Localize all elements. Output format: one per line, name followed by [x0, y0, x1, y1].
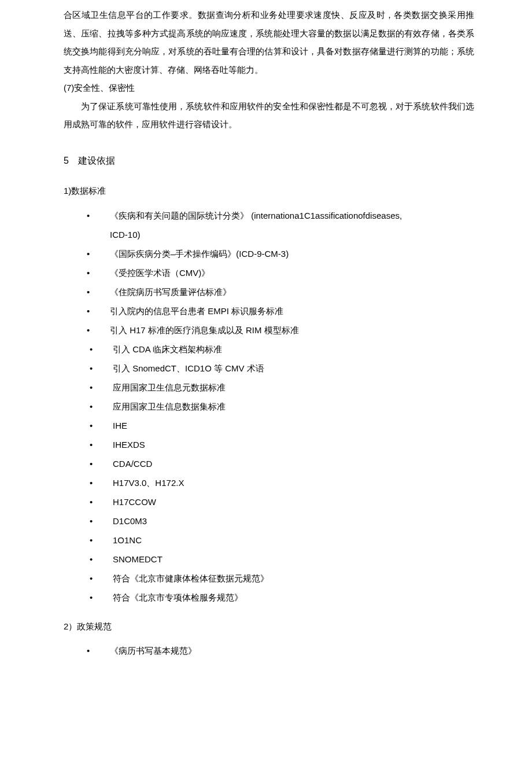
data-standards-list-a: 《疾病和有关问题的国际统计分类》 (internationa1C1assific…: [81, 206, 474, 340]
list-item: 应用国家卫生信息数据集标准: [81, 397, 474, 416]
item-7-title: (7)安全性、保密性: [64, 79, 474, 97]
list-item: 符合《北京市健康体检体征数据元规范》: [81, 569, 474, 588]
list-item: 1O1NC: [81, 531, 474, 550]
list-item: 引入 SnomedCT、ICD1O 等 CMV 术语: [81, 359, 474, 378]
list-item: CDA/CCD: [81, 454, 474, 473]
item-7-body: 为了保证系统可靠性使用，系统软件和应用软件的安全性和保密性都是不可忽视，对于系统…: [64, 97, 474, 134]
list-item-text-cont: ICD-10): [110, 225, 474, 244]
list-item-text: 引入 SnomedCT、ICD1O 等 CMV 术语: [113, 363, 264, 373]
list-item-text: IHEXDS: [113, 440, 145, 450]
list-item: IHEXDS: [81, 435, 474, 454]
list-item-text: 引入 H17 标准的医疗消息集成以及 RIM 模型标准: [110, 325, 299, 335]
list-item-text: 符合《北京市健康体检体征数据元规范》: [113, 573, 269, 583]
subsection-2-heading: 2）政策规范: [64, 617, 474, 636]
document-page: 合区域卫生信息平台的工作要求。数据查询分析和业务处理要求速度快、反应及时，各类数…: [0, 0, 532, 683]
list-item-text: CDA/CCD: [113, 459, 152, 469]
list-item: H17CCOW: [81, 492, 474, 511]
list-item-text: SNOMEDCT: [113, 554, 162, 564]
list-item: 《住院病历书写质量评估标准》: [81, 282, 474, 301]
list-item: 引入院内的信息平台患者 EMPI 标识服务标准: [81, 301, 474, 321]
list-item: SNOMEDCT: [81, 550, 474, 569]
subsection-1-heading: 1)数据标准: [64, 182, 474, 200]
list-item: H17V3.0、H172.X: [81, 473, 474, 492]
list-item-text: 《住院病历书写质量评估标准》: [110, 287, 231, 297]
list-item: 应用国家卫生信息元数据标准: [81, 378, 474, 397]
list-item-text: 《国际疾病分类–手术操作编码》(ICD-9-CM-3): [110, 249, 289, 259]
list-item-text: 《病历书写基本规范》: [110, 646, 197, 656]
list-item-text: 符合《北京市专项体检服务规范》: [113, 592, 243, 602]
list-item: 符合《北京市专项体检服务规范》: [81, 588, 474, 607]
list-item-text: H17V3.0、H172.X: [113, 478, 184, 488]
data-standards-list-b: 引入 CDA 临床文档架构标准 引入 SnomedCT、ICD1O 等 CMV …: [81, 340, 474, 607]
paragraph-intro: 合区域卫生信息平台的工作要求。数据查询分析和业务处理要求速度快、反应及时，各类数…: [64, 6, 474, 79]
list-item: 《疾病和有关问题的国际统计分类》 (internationa1C1assific…: [81, 206, 474, 244]
list-item-text: IHE: [113, 421, 127, 430]
list-item-text: 应用国家卫生信息数据集标准: [113, 402, 226, 411]
list-item: D1C0M3: [81, 511, 474, 531]
list-item-text: 《疾病和有关问题的国际统计分类》 (internationa1C1assific…: [110, 211, 402, 220]
section-5-heading: 5 建设依据: [64, 151, 474, 171]
list-item-text: 引入 CDA 临床文档架构标准: [113, 344, 222, 354]
list-item-text: D1C0M3: [113, 516, 147, 526]
list-item-text: H17CCOW: [113, 497, 156, 507]
list-item: 引入 H17 标准的医疗消息集成以及 RIM 模型标准: [81, 321, 474, 340]
list-item-text: 1O1NC: [113, 535, 142, 545]
list-item: 《病历书写基本规范》: [81, 641, 474, 660]
list-item-text: 引入院内的信息平台患者 EMPI 标识服务标准: [110, 306, 283, 316]
list-item-text: 应用国家卫生信息元数据标准: [113, 382, 226, 392]
list-item-text: 《受控医学术语（CMV)》: [110, 268, 210, 278]
policy-list: 《病历书写基本规范》: [81, 641, 474, 660]
list-item: 《受控医学术语（CMV)》: [81, 263, 474, 282]
list-item: 《国际疾病分类–手术操作编码》(ICD-9-CM-3): [81, 244, 474, 263]
list-item: 引入 CDA 临床文档架构标准: [81, 340, 474, 359]
list-item: IHE: [81, 416, 474, 435]
